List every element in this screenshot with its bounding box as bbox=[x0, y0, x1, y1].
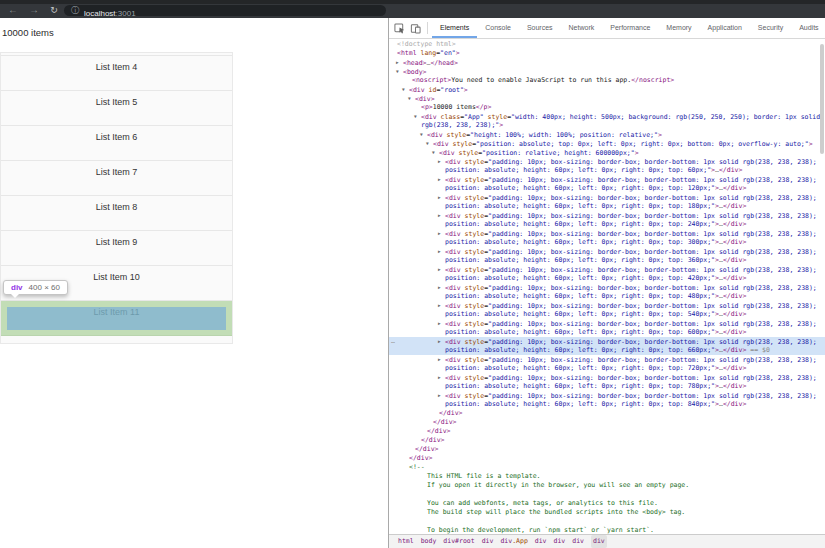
list-item[interactable]: List Item 9 bbox=[1, 231, 232, 266]
expand-arrow-icon[interactable]: ▶ bbox=[438, 337, 445, 346]
tree-line[interactable]: ▼<body> bbox=[389, 67, 825, 76]
tree-line[interactable] bbox=[389, 490, 825, 499]
collapse-arrow-icon[interactable]: ▼ bbox=[402, 85, 409, 94]
tree-line[interactable]: …▶<div style="padding: 10px; box-sizing:… bbox=[389, 337, 825, 346]
tab-console[interactable]: Console bbox=[477, 18, 519, 38]
tree-line[interactable]: ▶<div style="padding: 10px; box-sizing: … bbox=[389, 211, 825, 220]
tree-line[interactable]: position: absolute; height: 60px; left: … bbox=[389, 292, 825, 301]
tree-line[interactable]: ▶<div style="padding: 10px; box-sizing: … bbox=[389, 229, 825, 238]
forward-icon[interactable]: → bbox=[27, 3, 41, 17]
tree-line[interactable]: To begin the development, run `npm start… bbox=[389, 526, 825, 534]
reload-icon[interactable]: ↻ bbox=[47, 3, 61, 17]
tab-elements[interactable]: Elements bbox=[432, 18, 477, 38]
expand-arrow-icon[interactable]: ▶ bbox=[438, 157, 445, 166]
tree-line[interactable]: position: absolute; height: 60px; left: … bbox=[389, 382, 825, 391]
back-icon[interactable]: ← bbox=[6, 3, 20, 17]
device-toolbar-icon[interactable] bbox=[410, 23, 421, 34]
tree-line[interactable]: ▶<div style="padding: 10px; box-sizing: … bbox=[389, 247, 825, 256]
tree-line[interactable]: ▶<div style="padding: 10px; box-sizing: … bbox=[389, 391, 825, 400]
tree-line[interactable]: ▼<div id="root"> bbox=[389, 85, 825, 94]
tree-line[interactable]: position: absolute; height: 60px; left: … bbox=[389, 400, 825, 409]
tree-line[interactable]: position: absolute; height: 60px; left: … bbox=[389, 184, 825, 193]
tree-line[interactable]: </div> bbox=[389, 445, 825, 454]
tree-line[interactable]: position: absolute; height: 60px; left: … bbox=[389, 256, 825, 265]
page-info-icon[interactable]: ⓘ bbox=[71, 7, 79, 15]
tree-line[interactable]: position: absolute; height: 60px; left: … bbox=[389, 238, 825, 247]
tree-line[interactable]: </div> bbox=[389, 436, 825, 445]
tree-line[interactable] bbox=[389, 517, 825, 526]
list-item[interactable]: List Item 6 bbox=[1, 126, 232, 161]
tree-line[interactable]: rgb(238, 238, 238);"> bbox=[389, 121, 825, 130]
tree-line[interactable]: This HTML file is a template. bbox=[389, 472, 825, 481]
tab-network[interactable]: Network bbox=[561, 18, 603, 38]
list-item[interactable]: List Item 5 bbox=[1, 91, 232, 126]
expand-arrow-icon[interactable]: ▶ bbox=[438, 319, 445, 328]
expand-arrow-icon[interactable]: ▶ bbox=[438, 211, 445, 220]
tree-line[interactable]: </div> bbox=[389, 427, 825, 436]
tree-line[interactable]: position: absolute; height: 60px; left: … bbox=[389, 346, 825, 355]
breadcrumb-div[interactable]: div bbox=[572, 535, 584, 548]
breadcrumb-div[interactable]: div bbox=[535, 535, 547, 548]
inspect-element-icon[interactable] bbox=[394, 23, 405, 34]
tree-line[interactable]: ▶<div style="padding: 10px; box-sizing: … bbox=[389, 157, 825, 166]
collapse-arrow-icon[interactable]: ▼ bbox=[432, 148, 439, 157]
tree-line[interactable]: ▶<div style="padding: 10px; box-sizing: … bbox=[389, 283, 825, 292]
tree-line[interactable]: ▶<div style="padding: 10px; box-sizing: … bbox=[389, 175, 825, 184]
expand-arrow-icon[interactable]: ▶ bbox=[438, 355, 445, 364]
tab-sources[interactable]: Sources bbox=[519, 18, 561, 38]
breadcrumb-body[interactable]: body bbox=[421, 535, 437, 548]
collapse-arrow-icon[interactable]: ▼ bbox=[420, 130, 427, 139]
tree-line[interactable]: <p>10000 items</p> bbox=[389, 103, 825, 112]
list-item[interactable]: List Item 8 bbox=[1, 196, 232, 231]
tree-line[interactable]: ▶<div style="padding: 10px; box-sizing: … bbox=[389, 301, 825, 310]
breadcrumb-div[interactable]: div bbox=[554, 535, 566, 548]
line-menu-icon[interactable]: … bbox=[391, 337, 394, 346]
collapse-arrow-icon[interactable]: ▼ bbox=[414, 112, 421, 121]
tree-line[interactable]: position: absolute; height: 60px; left: … bbox=[389, 310, 825, 319]
tree-line[interactable]: position: absolute; height: 60px; left: … bbox=[389, 364, 825, 373]
tree-line[interactable]: <!-- bbox=[389, 463, 825, 472]
expand-arrow-icon[interactable]: ▶ bbox=[438, 193, 445, 202]
collapse-arrow-icon[interactable]: ▼ bbox=[396, 67, 403, 76]
expand-arrow-icon[interactable]: ▶ bbox=[438, 229, 445, 238]
list-item[interactable]: List Item 4 bbox=[1, 56, 232, 91]
expand-arrow-icon[interactable]: ▶ bbox=[438, 373, 445, 382]
devtools-scrollbar[interactable] bbox=[820, 44, 824, 154]
tab-memory[interactable]: Memory bbox=[658, 18, 699, 38]
collapse-arrow-icon[interactable]: ▼ bbox=[426, 139, 433, 148]
expand-arrow-icon[interactable]: ▶ bbox=[438, 391, 445, 400]
list-item[interactable]: List Item 12 bbox=[1, 336, 232, 344]
tree-line[interactable]: <html lang="en"> bbox=[389, 49, 825, 58]
tree-line[interactable]: ▼<div class="App" style="width: 400px; h… bbox=[389, 112, 825, 121]
tab-audits[interactable]: Audits bbox=[791, 18, 825, 38]
tab-performance[interactable]: Performance bbox=[602, 18, 658, 38]
tab-application[interactable]: Application bbox=[700, 18, 750, 38]
tree-line[interactable]: The build step will place the bundled sc… bbox=[389, 508, 825, 517]
address-bar[interactable]: ⓘ localhost:3001 bbox=[64, 5, 386, 16]
tree-line[interactable]: ▶<div style="padding: 10px; box-sizing: … bbox=[389, 355, 825, 364]
tree-line[interactable]: </div> bbox=[389, 418, 825, 427]
list-item[interactable]: List Item 7 bbox=[1, 161, 232, 196]
tree-line[interactable]: ▼<div style="position: relative; height:… bbox=[389, 148, 825, 157]
tree-line[interactable]: </div> bbox=[389, 409, 825, 418]
breadcrumb-html[interactable]: html bbox=[398, 535, 414, 548]
expand-arrow-icon[interactable]: ▶ bbox=[438, 283, 445, 292]
tree-line[interactable]: ▼<div style="position: absolute; top: 0p… bbox=[389, 139, 825, 148]
tree-line[interactable]: position: absolute; height: 60px; left: … bbox=[389, 202, 825, 211]
tree-line[interactable]: ▼<div style="height: 100%; width: 100%; … bbox=[389, 130, 825, 139]
collapse-arrow-icon[interactable]: ▼ bbox=[408, 94, 415, 103]
tree-line[interactable]: ▶<div style="padding: 10px; box-sizing: … bbox=[389, 193, 825, 202]
tree-line[interactable]: You can add webfonts, meta tags, or anal… bbox=[389, 499, 825, 508]
tree-line[interactable]: position: absolute; height: 60px; left: … bbox=[389, 166, 825, 175]
tree-line[interactable]: ▶<div style="padding: 10px; box-sizing: … bbox=[389, 373, 825, 382]
expand-arrow-icon[interactable]: ▶ bbox=[438, 175, 445, 184]
breadcrumb-div[interactable]: div bbox=[591, 535, 607, 548]
tree-line[interactable]: If you open it directly in the browser, … bbox=[389, 481, 825, 490]
tree-line[interactable]: ▼<div> bbox=[389, 94, 825, 103]
expand-arrow-icon[interactable]: ▶ bbox=[438, 301, 445, 310]
tree-line[interactable]: <noscript>You need to enable JavaScript … bbox=[389, 76, 825, 85]
tree-line[interactable]: position: absolute; height: 60px; left: … bbox=[389, 328, 825, 337]
breadcrumb-div[interactable]: div bbox=[482, 535, 494, 548]
tree-line[interactable]: ▶<head>…</head> bbox=[389, 58, 825, 67]
tab-security[interactable]: Security bbox=[750, 18, 791, 38]
